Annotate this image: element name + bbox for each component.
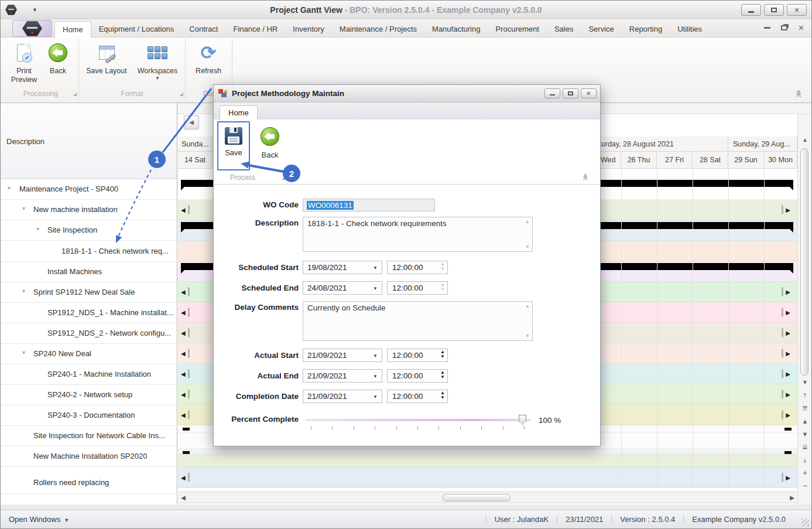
tab-inventory[interactable]: Inventory xyxy=(285,21,331,37)
scroll-up-icon[interactable]: ▲ xyxy=(525,303,530,309)
task-continues-left-icon[interactable]: ◀ xyxy=(181,473,190,482)
gantt-day-header[interactable]: 29 Sun xyxy=(728,152,764,169)
scroll-down-icon[interactable]: ▼ xyxy=(525,244,530,250)
time-spinner-icon[interactable]: ▲▼ xyxy=(440,282,445,292)
ribbon-collapse-icon[interactable]: ≪ xyxy=(795,90,804,98)
gantt-row[interactable] xyxy=(178,454,797,467)
task-continues-right-icon[interactable]: ▶ xyxy=(782,473,790,482)
tab-utilities[interactable]: Utilities xyxy=(670,21,710,37)
gantt-day-header[interactable]: 26 Thu xyxy=(621,152,657,169)
close-button[interactable]: ✕ xyxy=(787,4,807,16)
task-continues-right-icon[interactable]: ▶ xyxy=(782,329,790,337)
tab-maintenance-projects[interactable]: Maintenance / Projects xyxy=(332,21,424,37)
gantt-row[interactable]: ◀▶ xyxy=(178,467,797,488)
scrollbar-thumb[interactable] xyxy=(443,494,511,501)
tree-item[interactable]: New Machine Installation SP2020 xyxy=(1,446,177,467)
refresh-button[interactable]: ⟳Refresh xyxy=(190,41,227,76)
scroll-down-icon[interactable]: ▼ xyxy=(799,377,811,388)
dialog-tab-home[interactable]: Home xyxy=(220,105,258,120)
tab-sales[interactable]: Sales xyxy=(547,21,581,37)
gantt-row[interactable] xyxy=(178,449,797,454)
expander-icon[interactable]: ▾ xyxy=(36,226,39,232)
time-spinner-icon[interactable]: ▲▼ xyxy=(440,391,445,400)
gantt-vertical-scrollbar[interactable]: ▲▼⤒⇈▲▼⇊⤓+− xyxy=(797,114,811,504)
mdi-restore-icon[interactable] xyxy=(781,25,787,30)
print-preview-button[interactable]: ✔Print Preview xyxy=(8,41,40,84)
gantt-scroll-left-button[interactable]: ◀ xyxy=(184,115,199,129)
tab-contract[interactable]: Contract xyxy=(181,21,225,37)
task-continues-left-icon[interactable]: ◀ xyxy=(181,206,190,214)
maximize-button[interactable] xyxy=(764,4,784,16)
tab-equipment-locations[interactable]: Equipment / Locations xyxy=(91,21,182,37)
tab-home[interactable]: Home xyxy=(54,21,91,37)
tab-service[interactable]: Service xyxy=(581,21,621,37)
scheduled-start-date[interactable]: 19/08/2021▼ xyxy=(303,261,382,274)
save-layout-button[interactable]: Save Layout xyxy=(83,41,131,76)
scroll-to-bottom-button[interactable]: ⤓ xyxy=(799,454,811,466)
zoom-in-button[interactable]: + xyxy=(799,467,811,479)
actual-end-date[interactable]: 21/09/2021▼ xyxy=(303,369,382,383)
tab-manufacturing[interactable]: Manufacturing xyxy=(424,21,488,37)
task-continues-left-icon[interactable]: ◀ xyxy=(181,349,190,358)
task-continues-right-icon[interactable]: ▶ xyxy=(782,411,790,419)
dropdown-caret-icon[interactable]: ▼ xyxy=(373,286,378,291)
scroll-up-icon[interactable]: ▲ xyxy=(525,219,530,224)
completion-date-date[interactable]: 21/09/2021▼ xyxy=(303,390,382,403)
task-continues-left-icon[interactable]: ◀ xyxy=(181,308,190,317)
mdi-minimize-icon[interactable] xyxy=(764,27,770,29)
tree-item[interactable]: SP240-1 - Machine Installation xyxy=(1,364,177,385)
tree-item[interactable]: SP1912_NDS_1 - Machine installat... xyxy=(1,303,177,323)
task-continues-left-icon[interactable]: ◀ xyxy=(181,329,190,337)
group-launcher-icon[interactable]: ◢ xyxy=(282,175,285,180)
tree-item[interactable]: SP1912_NDS_2 - Network configu... xyxy=(1,323,177,344)
time-spinner-icon[interactable]: ▲▼ xyxy=(440,370,445,380)
percent-complete-slider[interactable] xyxy=(306,419,531,421)
scheduled-start-time[interactable]: 12:00:00▲▼ xyxy=(387,261,448,274)
tree-item[interactable]: ▾New machine installation xyxy=(1,200,177,220)
tree-item[interactable]: 1818-1-1 - Check network req... xyxy=(1,241,177,262)
expander-icon[interactable]: ▾ xyxy=(22,288,25,294)
dialog-close-button[interactable]: ✕ xyxy=(581,88,597,98)
completion-date-time[interactable]: 12:00:00▲▼ xyxy=(387,390,448,403)
tree-item[interactable]: Rollers need replacing xyxy=(1,473,177,494)
expander-icon[interactable]: ▾ xyxy=(22,205,25,211)
delay-comments-field[interactable]: Currently on Schedule ▲ ▼ xyxy=(303,301,533,341)
task-continues-left-icon[interactable]: ◀ xyxy=(181,370,190,378)
page-up-button[interactable]: ⇈ xyxy=(799,402,811,414)
dialog-title-bar[interactable]: Project Methodology Maintain ✕ xyxy=(214,85,600,103)
tree-item[interactable]: ▾Maintenance Project - SP400 xyxy=(1,179,177,200)
page-down-button[interactable]: ⇊ xyxy=(799,441,811,453)
task-continues-right-icon[interactable]: ▶ xyxy=(782,349,790,358)
save-button[interactable]: Save xyxy=(217,121,250,170)
time-spinner-icon[interactable]: ▲▼ xyxy=(440,262,445,271)
resize-grip[interactable] xyxy=(801,518,809,526)
dropdown-caret-icon[interactable]: ▼ xyxy=(373,394,378,400)
group-launcher-icon[interactable]: ◢ xyxy=(180,91,183,97)
scheduled-end-date[interactable]: 24/08/2021▼ xyxy=(303,281,382,295)
minimize-button[interactable] xyxy=(741,4,761,16)
slider-thumb[interactable] xyxy=(519,415,526,425)
expander-icon[interactable]: ▾ xyxy=(8,185,11,191)
scroll-to-top-button[interactable]: ⤒ xyxy=(799,390,811,401)
tree-item[interactable]: ▾Sprint SP1912 New Deal Sale xyxy=(1,282,177,303)
scroll-down-icon[interactable]: ▼ xyxy=(525,333,530,339)
scroll-up-icon[interactable]: ▲ xyxy=(799,134,811,146)
open-windows-button[interactable]: Open Windows▼ xyxy=(9,515,69,524)
time-spinner-icon[interactable]: ▲▼ xyxy=(440,350,445,359)
task-continues-left-icon[interactable]: ◀ xyxy=(181,411,190,419)
tree-item[interactable]: ▾SP240 New Deal xyxy=(1,344,177,364)
dropdown-caret-icon[interactable]: ▼ xyxy=(373,374,378,379)
actual-start-time[interactable]: 12:00:00▲▼ xyxy=(387,349,448,362)
task-continues-right-icon[interactable]: ▶ xyxy=(782,390,790,399)
tree-item[interactable]: ▾Site Inspection xyxy=(1,220,177,241)
gantt-day-header[interactable]: 27 Fri xyxy=(657,152,693,169)
task-continues-right-icon[interactable]: ▶ xyxy=(782,308,790,317)
task-continues-right-icon[interactable]: ▶ xyxy=(782,288,790,296)
scroll-left-icon[interactable]: ◀ xyxy=(178,492,189,503)
tree-item[interactable]: SP240-3 - Documentation xyxy=(1,405,177,426)
tree-column-header[interactable]: Description xyxy=(1,103,177,179)
quick-access-caret-icon[interactable]: ▼ xyxy=(32,7,37,13)
tree-item[interactable]: Site Inspection for Network Cable Ins... xyxy=(1,426,177,446)
task-continues-right-icon[interactable]: ▶ xyxy=(782,206,790,214)
group-launcher-icon[interactable]: ◢ xyxy=(73,91,77,97)
